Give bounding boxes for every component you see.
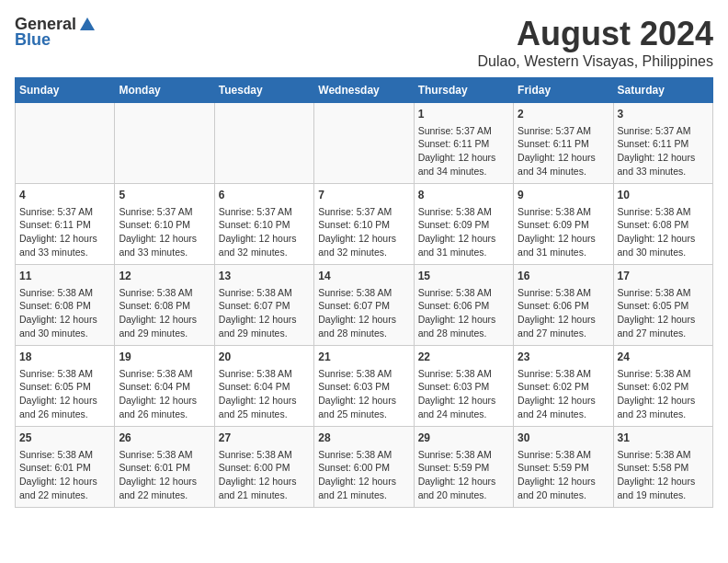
calendar-cell: 2Sunrise: 5:37 AM Sunset: 6:11 PM Daylig… (514, 103, 613, 184)
day-info: Sunrise: 5:37 AM Sunset: 6:10 PM Dayligh… (219, 205, 310, 259)
calendar-cell: 12Sunrise: 5:38 AM Sunset: 6:08 PM Dayli… (115, 265, 214, 346)
header-thursday: Thursday (414, 78, 513, 103)
day-number: 19 (119, 350, 210, 365)
calendar-cell: 25Sunrise: 5:38 AM Sunset: 6:01 PM Dayli… (16, 427, 115, 508)
day-number: 18 (19, 350, 110, 365)
calendar-cell: 19Sunrise: 5:38 AM Sunset: 6:04 PM Dayli… (115, 346, 214, 427)
day-info: Sunrise: 5:38 AM Sunset: 6:06 PM Dayligh… (518, 286, 609, 340)
calendar-week-row: 25Sunrise: 5:38 AM Sunset: 6:01 PM Dayli… (16, 427, 713, 508)
calendar-cell: 16Sunrise: 5:38 AM Sunset: 6:06 PM Dayli… (514, 265, 613, 346)
day-number: 20 (219, 350, 310, 365)
day-info: Sunrise: 5:38 AM Sunset: 5:59 PM Dayligh… (518, 448, 609, 502)
logo-icon (78, 16, 97, 34)
day-number: 15 (418, 269, 509, 284)
day-number: 4 (19, 188, 110, 203)
day-info: Sunrise: 5:38 AM Sunset: 6:05 PM Dayligh… (618, 286, 709, 340)
header-row: Sunday Monday Tuesday Wednesday Thursday… (16, 78, 713, 103)
day-info: Sunrise: 5:38 AM Sunset: 6:07 PM Dayligh… (318, 286, 409, 340)
calendar-cell: 29Sunrise: 5:38 AM Sunset: 5:59 PM Dayli… (414, 427, 513, 508)
header-sunday: Sunday (16, 78, 115, 103)
calendar-week-row: 11Sunrise: 5:38 AM Sunset: 6:08 PM Dayli… (16, 265, 713, 346)
day-info: Sunrise: 5:38 AM Sunset: 6:00 PM Dayligh… (219, 448, 310, 502)
calendar-cell: 24Sunrise: 5:38 AM Sunset: 6:02 PM Dayli… (613, 346, 712, 427)
header: General Blue August 2024 Dulao, Western … (15, 15, 713, 70)
day-number: 17 (618, 269, 709, 284)
calendar-cell: 3Sunrise: 5:37 AM Sunset: 6:11 PM Daylig… (613, 103, 712, 184)
calendar-cell: 26Sunrise: 5:38 AM Sunset: 6:01 PM Dayli… (115, 427, 214, 508)
calendar-cell: 28Sunrise: 5:38 AM Sunset: 6:00 PM Dayli… (314, 427, 414, 508)
day-info: Sunrise: 5:37 AM Sunset: 6:10 PM Dayligh… (119, 205, 210, 259)
calendar-table: Sunday Monday Tuesday Wednesday Thursday… (15, 77, 713, 508)
calendar-cell: 14Sunrise: 5:38 AM Sunset: 6:07 PM Dayli… (314, 265, 414, 346)
day-number: 13 (219, 269, 310, 284)
day-info: Sunrise: 5:37 AM Sunset: 6:10 PM Dayligh… (318, 205, 409, 259)
day-info: Sunrise: 5:38 AM Sunset: 6:06 PM Dayligh… (418, 286, 509, 340)
day-info: Sunrise: 5:38 AM Sunset: 6:08 PM Dayligh… (618, 205, 709, 259)
day-number: 16 (518, 269, 609, 284)
calendar-cell: 31Sunrise: 5:38 AM Sunset: 5:58 PM Dayli… (613, 427, 712, 508)
day-info: Sunrise: 5:37 AM Sunset: 6:11 PM Dayligh… (19, 205, 110, 259)
day-number: 31 (618, 431, 709, 446)
day-number: 27 (219, 431, 310, 446)
calendar-header: Sunday Monday Tuesday Wednesday Thursday… (16, 78, 713, 103)
header-tuesday: Tuesday (214, 78, 313, 103)
svg-marker-0 (80, 17, 95, 30)
day-number: 5 (119, 188, 210, 203)
day-info: Sunrise: 5:38 AM Sunset: 6:07 PM Dayligh… (219, 286, 310, 340)
calendar-cell: 17Sunrise: 5:38 AM Sunset: 6:05 PM Dayli… (613, 265, 712, 346)
calendar-cell (214, 103, 313, 184)
day-number: 29 (418, 431, 509, 446)
day-number: 8 (418, 188, 509, 203)
day-number: 30 (518, 431, 609, 446)
day-number: 12 (119, 269, 210, 284)
day-number: 11 (19, 269, 110, 284)
day-info: Sunrise: 5:38 AM Sunset: 6:05 PM Dayligh… (19, 367, 110, 421)
day-info: Sunrise: 5:38 AM Sunset: 5:59 PM Dayligh… (418, 448, 509, 502)
day-number: 21 (318, 350, 409, 365)
calendar-week-row: 18Sunrise: 5:38 AM Sunset: 6:05 PM Dayli… (16, 346, 713, 427)
calendar-cell: 4Sunrise: 5:37 AM Sunset: 6:11 PM Daylig… (16, 184, 115, 265)
calendar-cell: 7Sunrise: 5:37 AM Sunset: 6:10 PM Daylig… (314, 184, 414, 265)
day-info: Sunrise: 5:37 AM Sunset: 6:11 PM Dayligh… (618, 124, 709, 178)
day-info: Sunrise: 5:38 AM Sunset: 6:08 PM Dayligh… (19, 286, 110, 340)
day-info: Sunrise: 5:38 AM Sunset: 6:01 PM Dayligh… (119, 448, 210, 502)
day-info: Sunrise: 5:38 AM Sunset: 6:09 PM Dayligh… (418, 205, 509, 259)
calendar-cell: 21Sunrise: 5:38 AM Sunset: 6:03 PM Dayli… (314, 346, 414, 427)
header-saturday: Saturday (613, 78, 712, 103)
calendar-cell (115, 103, 214, 184)
calendar-cell: 1Sunrise: 5:37 AM Sunset: 6:11 PM Daylig… (414, 103, 513, 184)
calendar-cell: 11Sunrise: 5:38 AM Sunset: 6:08 PM Dayli… (16, 265, 115, 346)
day-number: 6 (219, 188, 310, 203)
day-number: 3 (618, 107, 709, 122)
calendar-cell: 27Sunrise: 5:38 AM Sunset: 6:00 PM Dayli… (214, 427, 313, 508)
day-info: Sunrise: 5:38 AM Sunset: 6:03 PM Dayligh… (418, 367, 509, 421)
day-info: Sunrise: 5:38 AM Sunset: 6:04 PM Dayligh… (219, 367, 310, 421)
day-number: 10 (618, 188, 709, 203)
calendar-cell: 8Sunrise: 5:38 AM Sunset: 6:09 PM Daylig… (414, 184, 513, 265)
header-friday: Friday (514, 78, 613, 103)
calendar-cell: 15Sunrise: 5:38 AM Sunset: 6:06 PM Dayli… (414, 265, 513, 346)
day-info: Sunrise: 5:38 AM Sunset: 6:02 PM Dayligh… (518, 367, 609, 421)
calendar-cell: 6Sunrise: 5:37 AM Sunset: 6:10 PM Daylig… (214, 184, 313, 265)
day-info: Sunrise: 5:38 AM Sunset: 6:02 PM Dayligh… (618, 367, 709, 421)
day-number: 26 (119, 431, 210, 446)
calendar-cell: 22Sunrise: 5:38 AM Sunset: 6:03 PM Dayli… (414, 346, 513, 427)
day-number: 7 (318, 188, 409, 203)
day-info: Sunrise: 5:38 AM Sunset: 6:04 PM Dayligh… (119, 367, 210, 421)
calendar-week-row: 1Sunrise: 5:37 AM Sunset: 6:11 PM Daylig… (16, 103, 713, 184)
calendar-cell: 23Sunrise: 5:38 AM Sunset: 6:02 PM Dayli… (514, 346, 613, 427)
day-number: 2 (518, 107, 609, 122)
day-number: 25 (19, 431, 110, 446)
day-info: Sunrise: 5:37 AM Sunset: 6:11 PM Dayligh… (518, 124, 609, 178)
calendar-cell: 13Sunrise: 5:38 AM Sunset: 6:07 PM Dayli… (214, 265, 313, 346)
logo-blue-text: Blue (15, 30, 51, 50)
calendar-body: 1Sunrise: 5:37 AM Sunset: 6:11 PM Daylig… (16, 103, 713, 508)
calendar-cell: 20Sunrise: 5:38 AM Sunset: 6:04 PM Dayli… (214, 346, 313, 427)
calendar-cell: 30Sunrise: 5:38 AM Sunset: 5:59 PM Dayli… (514, 427, 613, 508)
subtitle: Dulao, Western Visayas, Philippines (478, 53, 713, 70)
day-number: 9 (518, 188, 609, 203)
day-info: Sunrise: 5:38 AM Sunset: 6:09 PM Dayligh… (518, 205, 609, 259)
calendar-cell (16, 103, 115, 184)
calendar-cell: 10Sunrise: 5:38 AM Sunset: 6:08 PM Dayli… (613, 184, 712, 265)
day-info: Sunrise: 5:38 AM Sunset: 6:00 PM Dayligh… (318, 448, 409, 502)
